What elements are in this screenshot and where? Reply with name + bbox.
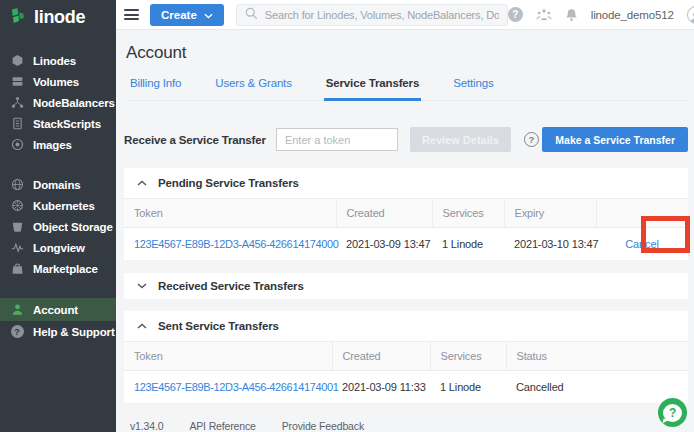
sidebar-item-volumes[interactable]: Volumes [0, 71, 116, 92]
table-header-row: Token Created Services Status [124, 342, 688, 371]
pending-transfers-table: Token Created Services Expiry 123E4567-E… [124, 198, 688, 261]
bag-icon [10, 262, 24, 275]
sent-panel-header[interactable]: Sent Service Transfers [124, 311, 688, 341]
sidebar-item-linodes[interactable]: Linodes [0, 50, 116, 71]
table-row: 123E4567-E89B-12D3-A456-426614174001 202… [124, 371, 688, 404]
sidebar-item-kubernetes[interactable]: Kubernetes [0, 195, 116, 216]
receive-help-icon[interactable]: ? [524, 132, 539, 147]
column-header-status: Status [506, 342, 688, 371]
chevron-down-icon [204, 9, 213, 21]
sidebar-item-marketplace[interactable]: Marketplace [0, 258, 116, 279]
globe-icon [10, 178, 24, 191]
sidebar-item-images[interactable]: Images [0, 134, 116, 155]
community-icon[interactable] [536, 8, 552, 21]
pending-created-value: 2021-03-09 13:47 [336, 228, 432, 261]
sent-created-value: 2021-03-09 11:33 [332, 371, 430, 404]
table-row: 123E4567-E89B-12D3-A456-426614174000 202… [124, 228, 688, 261]
sidebar-item-nodebalancers[interactable]: NodeBalancers [0, 92, 116, 113]
avatar[interactable] [687, 6, 694, 24]
column-header-created: Created [332, 342, 430, 371]
sent-transfers-table: Token Created Services Status 123E4567-E… [124, 341, 688, 404]
search-icon [245, 7, 258, 22]
cube-icon [10, 54, 24, 67]
notifications-bell-icon[interactable] [565, 8, 578, 22]
sidebar-item-domains[interactable]: Domains [0, 174, 116, 195]
sent-services-value: 1 Linode [430, 371, 506, 404]
sidebar-group-compute: Linodes Volumes NodeBalancers StackScrip… [0, 50, 116, 155]
transfer-token-input[interactable] [276, 128, 398, 151]
page-title: Account [126, 43, 688, 63]
create-button[interactable]: Create [150, 4, 224, 26]
username-label[interactable]: linode_demo512 [591, 9, 674, 21]
linode-logo-text: linode [34, 7, 85, 28]
received-panel-title: Received Service Transfers [158, 280, 304, 292]
column-header-token: Token [124, 199, 336, 228]
sidebar: linode Linodes Volumes NodeBalancers [0, 0, 116, 432]
sidebar-item-object-storage[interactable]: Object Storage [0, 216, 116, 237]
linode-cloud-manager: linode Linodes Volumes NodeBalancers [0, 0, 694, 432]
linode-logo-icon [9, 7, 28, 28]
sent-token-link[interactable]: 123E4567-E89B-12D3-A456-426614174001 [134, 381, 339, 393]
table-header-row: Token Created Services Expiry [124, 199, 688, 228]
version-label: v1.34.0 [130, 420, 163, 432]
images-icon [10, 138, 24, 151]
caret-down-icon [137, 283, 147, 289]
search-input[interactable] [265, 9, 499, 21]
sidebar-item-help-support[interactable]: ? Help & Support [0, 321, 116, 342]
hamburger-menu-button[interactable] [124, 9, 139, 20]
received-panel-header[interactable]: Received Service Transfers [124, 273, 688, 299]
pending-services-value: 1 Linode [432, 228, 504, 261]
sidebar-group-account: Account ? Help & Support [0, 298, 116, 342]
help-icon[interactable]: ? [508, 7, 523, 22]
linode-logo[interactable]: linode [0, 0, 116, 34]
sent-status-value: Cancelled [506, 371, 688, 404]
caret-up-icon [137, 323, 147, 329]
pending-transfers-panel: Pending Service Transfers Token Created … [124, 168, 688, 261]
bucket-icon [10, 220, 24, 233]
tab-billing-info[interactable]: Billing Info [128, 75, 183, 101]
page-footer: v1.34.0 API Reference Provide Feedback [130, 420, 688, 432]
receive-transfer-row: Receive a Service Transfer Review Detail… [124, 127, 688, 152]
sent-panel-title: Sent Service Transfers [158, 320, 279, 332]
stackscript-icon [10, 117, 24, 130]
provide-feedback-link[interactable]: Provide Feedback [282, 420, 364, 432]
tab-settings[interactable]: Settings [451, 75, 495, 101]
topbar: Create ? linode_demo512 [116, 0, 694, 30]
pulse-icon [10, 241, 24, 254]
pending-panel-title: Pending Service Transfers [158, 177, 299, 189]
volumes-icon [10, 75, 24, 88]
annotation-highlight-cancel [641, 216, 690, 253]
column-header-services: Services [432, 199, 504, 228]
sidebar-nav: Linodes Volumes NodeBalancers StackScrip… [0, 50, 116, 342]
wheel-icon [10, 199, 24, 212]
account-tabs: Billing Info Users & Grants Service Tran… [128, 75, 688, 101]
receive-transfer-label: Receive a Service Transfer [124, 134, 266, 146]
column-header-created: Created [336, 199, 432, 228]
column-header-services: Services [430, 342, 506, 371]
sent-transfers-panel: Sent Service Transfers Token Created Ser… [124, 311, 688, 404]
received-transfers-panel: Received Service Transfers [124, 273, 688, 299]
speech-bubble-question-icon: ? [663, 404, 682, 422]
topbar-right: ? linode_demo512 [508, 6, 694, 24]
sidebar-item-account[interactable]: Account [0, 298, 116, 321]
column-header-expiry: Expiry [504, 199, 596, 228]
pending-panel-header[interactable]: Pending Service Transfers [124, 168, 688, 198]
sidebar-item-longview[interactable]: Longview [0, 237, 116, 258]
make-service-transfer-button[interactable]: Make a Service Transfer [542, 127, 688, 152]
question-icon: ? [10, 325, 24, 338]
main-content: Account Billing Info Users & Grants Serv… [116, 30, 694, 432]
review-details-button[interactable]: Review Details [410, 127, 511, 152]
api-reference-link[interactable]: API Reference [189, 420, 255, 432]
column-header-token: Token [124, 342, 332, 371]
tab-users-grants[interactable]: Users & Grants [213, 75, 294, 101]
caret-up-icon [137, 180, 147, 186]
nodebalancer-icon [10, 96, 24, 109]
pending-token-link[interactable]: 123E4567-E89B-12D3-A456-426614174000 [134, 238, 339, 250]
person-icon [10, 303, 24, 316]
sidebar-group-services: Domains Kubernetes Object Storage Longvi… [0, 174, 116, 279]
pending-expiry-value: 2021-03-10 13:47 [504, 228, 596, 261]
global-search [236, 4, 508, 26]
sidebar-item-stackscripts[interactable]: StackScripts [0, 113, 116, 134]
tab-service-transfers[interactable]: Service Transfers [324, 75, 421, 101]
help-chat-button[interactable]: ? [658, 398, 687, 427]
